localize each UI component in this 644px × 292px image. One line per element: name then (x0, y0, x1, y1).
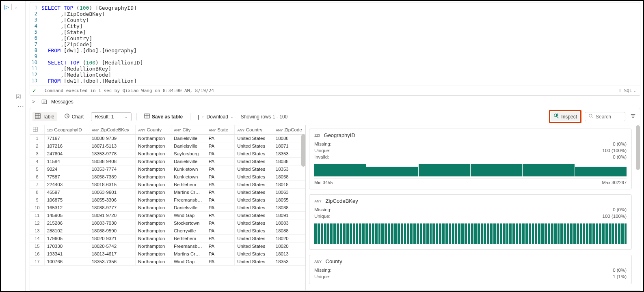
status-text: - Command executed in 1 sec by Qixiao Wa… (39, 88, 214, 94)
table-row[interactable]: 910687518055-3306NorthamptonFreemansb…PA… (30, 196, 305, 204)
save-as-table-label: Save as table (152, 114, 183, 120)
messages-label[interactable]: Messages (51, 99, 73, 105)
result-selector[interactable]: Result: 1 ⌄ (91, 112, 132, 121)
inspect-label: Inspect (561, 114, 577, 120)
grid-pane: 123GeographyIDANYZipCodeBKeyANYCountyANY… (30, 125, 306, 291)
cell: Northampton (136, 250, 171, 258)
cell: Northampton (136, 165, 171, 173)
cell: Danielsville (171, 158, 206, 165)
line-number: 7 (30, 41, 41, 47)
separator (136, 113, 137, 120)
code-line: SELECT TOP (100) [GeographyID] (41, 5, 137, 11)
results-body: 123GeographyIDANYZipCodeBKeyANYCountyANY… (30, 125, 640, 291)
results-table: 123GeographyIDANYZipCodeBKeyANYCountyANY… (30, 125, 305, 266)
table-row[interactable]: 1517033018020-5742NorthamptonFreemansb…P… (30, 243, 305, 250)
cell: 18055 (273, 196, 305, 204)
cell: 18353 (273, 258, 305, 266)
cell: United States (235, 212, 273, 219)
column-header[interactable] (30, 125, 44, 135)
more-icon[interactable]: ⋯ (17, 103, 24, 110)
stat-row: Missing:0 (0%) (314, 141, 627, 147)
cell: 18353-9778 (89, 150, 135, 158)
cell: Northampton (136, 196, 171, 204)
status-bar: ✓ - Command executed in 1 sec by Qixiao … (30, 86, 640, 95)
cell: 5 (30, 165, 44, 173)
separator (190, 113, 190, 120)
code-line: SELECT TOP (100) [MedallionID] (41, 60, 143, 66)
cell: 18038 (273, 204, 305, 212)
cell: Northampton (136, 181, 171, 189)
table-row[interactable]: 722440318018-6315NorthamptonBethlehemPAU… (30, 181, 305, 189)
column-header[interactable]: ANYCountry (235, 125, 273, 135)
table-row[interactable]: 1016531218038-9777NorthamptonDanielsvill… (30, 204, 305, 212)
column-header[interactable]: ANYZipCodeBKey (89, 125, 135, 135)
inspect-card: ANYCountyMissing:0 (0%)Unique:1 (1%) (309, 255, 632, 284)
cell: 18088 (273, 135, 305, 142)
cell: 1 (30, 135, 44, 142)
cell: PA (206, 173, 234, 181)
table-row[interactable]: 67758718058-7389NorthamptonKunkletownPAU… (30, 173, 305, 181)
search-box[interactable] (585, 112, 625, 121)
filter-icon[interactable] (629, 112, 638, 122)
cell: 18083 (273, 219, 305, 227)
code-line: ,[State] (41, 29, 86, 35)
line-number: 13 (30, 78, 41, 84)
language-selector[interactable]: T-SQL ⌄ (618, 88, 636, 94)
cell: 18038-9777 (89, 204, 135, 212)
cell: Northampton (136, 227, 171, 235)
run-icon[interactable]: ▷ (4, 4, 9, 10)
cell: 18018-6315 (89, 181, 135, 189)
cell: 11584 (44, 158, 89, 165)
column-header[interactable]: ANYState (206, 125, 234, 135)
table-row[interactable]: 1710076618353-7356NorthamptonWind GapPAU… (30, 258, 305, 266)
code-line: ,[Country] (41, 35, 92, 41)
sql-editor[interactable]: 1SELECT TOP (100) [GeographyID]2 ,[ZipCo… (30, 2, 640, 96)
cell: PA (206, 227, 234, 235)
save-as-table-button[interactable]: Save as table (142, 112, 185, 121)
cell: Freemansb… (171, 196, 206, 204)
table-row[interactable]: 1114590518091-9720NorthamptonWind GapPAU… (30, 212, 305, 219)
table-row[interactable]: 1328810218088-9590NorthamptonCherryville… (30, 227, 305, 235)
view-chart-button[interactable]: Chart (62, 112, 86, 121)
column-header[interactable]: ANYZipCode (273, 125, 305, 135)
table-row[interactable]: 17716718088-9739NorthamptonDanielsvilleP… (30, 135, 305, 142)
scrollbar-vertical[interactable] (636, 125, 640, 170)
inspect-highlight: Inspect (549, 110, 581, 123)
table-row[interactable]: 41158418038-9408NorthamptonDanielsvilleP… (30, 158, 305, 165)
scrollbar-vertical[interactable] (301, 134, 305, 167)
cell: 170330 (44, 243, 89, 250)
download-label: Download (206, 114, 228, 120)
cell: PA (206, 235, 234, 243)
table-icon (35, 113, 41, 120)
cell: 18071-5113 (89, 142, 135, 150)
cell: 18038 (273, 158, 305, 165)
expand-icon[interactable]: > (30, 99, 37, 105)
cell: United States (235, 165, 273, 173)
download-button[interactable]: |→ Download ⌄ (195, 112, 236, 121)
table-row[interactable]: 5902418353-7774NorthamptonKunkletownPAUn… (30, 165, 305, 173)
column-header[interactable]: ANYCity (171, 125, 206, 135)
run-dropdown-icon[interactable]: ⌄ (14, 5, 17, 9)
table-row[interactable]: 1619334118013-4617NorthamptonMartins Cr…… (30, 250, 305, 258)
cell: Wind Gap (171, 212, 206, 219)
table-row[interactable]: 324760418353-9778NorthamptonSaylorsburgP… (30, 150, 305, 158)
cell: United States (235, 258, 273, 266)
column-header[interactable]: 123GeographyID (44, 125, 89, 135)
table-row[interactable]: 210721618071-5113NorthamptonDanielsville… (30, 142, 305, 150)
view-table-button[interactable]: Table (32, 112, 57, 121)
table-row[interactable]: 84559718063-9601NorthamptonMartins Cr…PA… (30, 189, 305, 196)
column-header[interactable]: ANYCounty (136, 125, 171, 135)
cell: PA (206, 158, 234, 165)
line-number: 4 (30, 23, 41, 29)
search-input[interactable] (596, 114, 620, 120)
line-number: 2 (30, 11, 41, 17)
cell: Martins Cr… (171, 250, 206, 258)
svg-point-16 (589, 114, 592, 118)
app-frame: ▷ ⌄ [2] ⋯ 1SELECT TOP (100) [GeographyID… (0, 0, 644, 292)
table-row[interactable]: 1221528618083-7030NorthamptonStockertown… (30, 219, 305, 227)
cell: 247604 (44, 150, 89, 158)
cell: PA (206, 165, 234, 173)
inspect-button[interactable]: Inspect (551, 112, 579, 121)
cell: 10 (30, 204, 44, 212)
table-row[interactable]: 1417960518020-9321NorthamptonBethlehemPA… (30, 235, 305, 243)
